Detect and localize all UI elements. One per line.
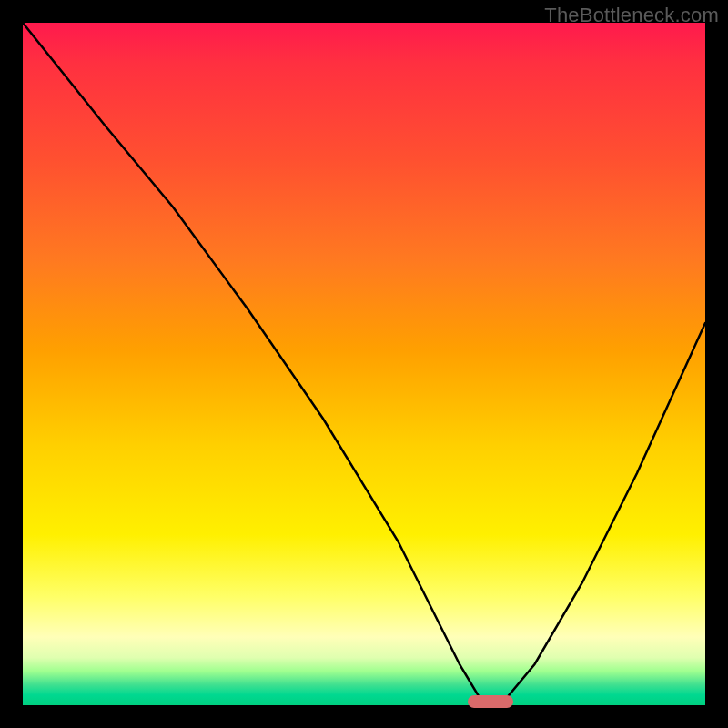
optimal-marker [468, 695, 513, 708]
chart-frame [23, 23, 705, 705]
chart-curve-svg [23, 23, 705, 705]
bottleneck-curve-path [23, 23, 705, 705]
